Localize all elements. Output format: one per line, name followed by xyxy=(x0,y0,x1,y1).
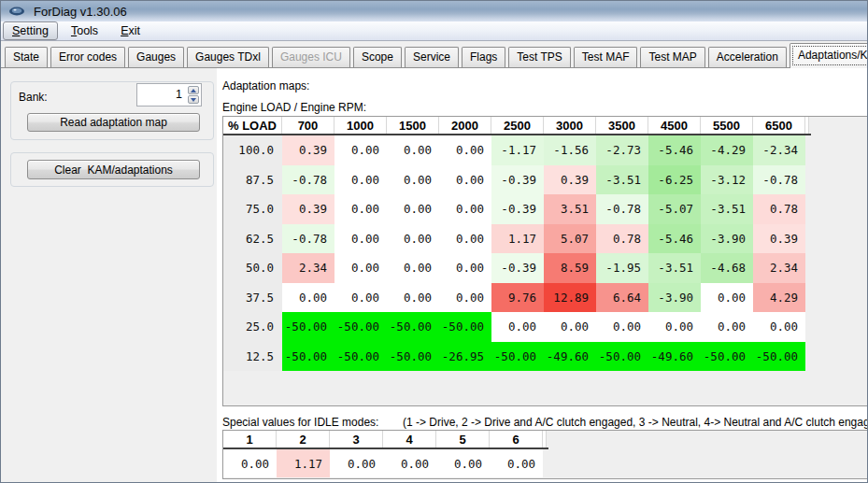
value-cell: 0.00 xyxy=(387,194,439,224)
tab-scope[interactable]: Scope xyxy=(353,47,402,67)
menu-item-exit[interactable]: Exit xyxy=(111,21,149,40)
value-cell: 0.00 xyxy=(334,165,387,195)
grid-header-cell: 6 xyxy=(490,431,543,447)
tab-gauges-tdxl[interactable]: Gauges TDxl xyxy=(187,47,269,67)
value-cell: -50.00 xyxy=(387,342,439,372)
grid-header-cell: 2 xyxy=(277,431,330,447)
value-cell: 0.39 xyxy=(753,224,805,254)
read-adaptation-map-button[interactable]: Read adaptation map xyxy=(27,113,200,132)
value-cell: 0.39 xyxy=(544,165,596,195)
grid-header-cell: 5500 xyxy=(701,117,753,134)
grid-row: 100.00.390.000.000.00-1.17-1.56-2.73-5.4… xyxy=(223,135,867,165)
value-cell: 9.76 xyxy=(491,283,544,313)
value-cell: -2.34 xyxy=(753,135,805,165)
spinner-down-button[interactable] xyxy=(188,95,199,104)
grid-row: 37.50.000.000.000.009.7612.896.64-3.900.… xyxy=(223,283,867,313)
tab-service[interactable]: Service xyxy=(405,47,459,67)
value-cell: 2.34 xyxy=(282,253,334,283)
menu-bar: SettingToolsExit xyxy=(1,21,867,41)
grid-header-cell: 6500 xyxy=(753,117,805,134)
tab-gauges[interactable]: Gauges xyxy=(128,47,184,67)
value-cell: -4.29 xyxy=(701,135,753,165)
value-cell: 0.00 xyxy=(490,449,543,477)
value-cell: -3.12 xyxy=(701,165,753,195)
value-cell: 0.00 xyxy=(753,312,805,342)
value-cell: -50.00 xyxy=(701,342,753,372)
load-cell: 37.5 xyxy=(223,283,282,313)
tab-adaptations-kam[interactable]: Adaptations/KAM xyxy=(790,43,868,68)
adaptation-map-grid: % LOAD7001000150020002500300035004500550… xyxy=(222,116,868,406)
value-cell: -50.00 xyxy=(282,342,334,372)
value-cell: 0.00 xyxy=(223,449,277,477)
grid-header-stub xyxy=(543,431,547,447)
tab-acceleration[interactable]: Acceleration xyxy=(708,47,787,67)
clear-kam-adaptations-button[interactable]: Clear KAM/adaptations xyxy=(27,160,200,179)
tab-error-codes[interactable]: Error codes xyxy=(50,47,125,67)
value-cell: -1.56 xyxy=(544,135,596,165)
grid-header-cell: 700 xyxy=(282,117,334,134)
grid-row: 25.0-50.00-50.00-50.00-50.000.000.000.00… xyxy=(223,312,867,342)
load-cell: 25.0 xyxy=(223,312,282,342)
tab-state[interactable]: State xyxy=(5,47,48,67)
value-cell: 1.17 xyxy=(277,449,330,477)
value-cell: -5.46 xyxy=(648,224,701,254)
value-cell: -5.46 xyxy=(648,135,701,165)
value-cell: 6.64 xyxy=(596,283,648,313)
value-cell: 0.00 xyxy=(334,135,387,165)
grid-header-cell: 3000 xyxy=(544,117,596,134)
tab-gauges-icu[interactable]: Gauges ICU xyxy=(272,47,350,67)
load-cell: 50.0 xyxy=(223,253,282,283)
value-cell: 0.00 xyxy=(334,283,387,313)
value-cell: 8.59 xyxy=(544,253,596,283)
adaptation-maps-label: Adaptation maps: xyxy=(222,79,309,92)
value-cell: 0.00 xyxy=(439,135,491,165)
value-cell: 0.00 xyxy=(436,449,490,477)
down-arrow-icon xyxy=(191,98,196,102)
value-cell: -0.39 xyxy=(491,194,544,224)
value-cell: 0.00 xyxy=(387,165,439,195)
grid-header-cell: 5 xyxy=(436,431,490,447)
value-cell: -49.60 xyxy=(648,342,701,372)
app-icon xyxy=(8,6,25,17)
grid-row: 87.5-0.780.000.000.00-0.390.39-3.51-6.25… xyxy=(223,165,867,195)
value-cell: 3.51 xyxy=(544,194,596,224)
grid-header-cell: 4500 xyxy=(648,117,701,134)
idle-values-grid: 1234560.001.170.000.000.000.00 xyxy=(222,430,868,479)
value-cell: 4.29 xyxy=(753,283,805,313)
value-cell: -50.00 xyxy=(491,342,544,372)
menu-item-setting[interactable]: Setting xyxy=(3,21,58,40)
bank-spinner[interactable]: 1 xyxy=(136,83,202,107)
value-cell: -3.90 xyxy=(648,283,701,313)
tab-strip: StateError codesGaugesGauges TDxlGauges … xyxy=(5,42,867,67)
value-cell: -50.00 xyxy=(439,312,491,342)
value-cell: -50.00 xyxy=(753,342,805,372)
tab-test-map[interactable]: Test MAP xyxy=(640,47,704,67)
value-cell: 0.78 xyxy=(596,224,648,254)
value-cell: 0.00 xyxy=(648,312,701,342)
tab-flags[interactable]: Flags xyxy=(462,47,505,67)
value-cell: -49.60 xyxy=(544,342,596,372)
value-cell: -5.07 xyxy=(648,194,701,224)
value-cell: 0.00 xyxy=(439,283,491,313)
value-cell: 2.34 xyxy=(753,253,805,283)
spinner-up-button[interactable] xyxy=(188,86,199,94)
tab-test-maf[interactable]: Test MAF xyxy=(574,47,638,67)
value-cell: -0.78 xyxy=(282,224,334,254)
value-cell: 0.00 xyxy=(383,449,436,477)
bank-spinner-value[interactable]: 1 xyxy=(137,84,186,106)
load-cell: 75.0 xyxy=(223,194,282,224)
value-cell: 0.00 xyxy=(701,283,753,313)
idle-modes-label: Special values for IDLE modes: xyxy=(222,416,378,429)
engine-load-rpm-label: Engine LOAD / Engine RPM: xyxy=(222,101,366,114)
value-cell: 1.17 xyxy=(491,224,544,254)
menu-item-tools[interactable]: Tools xyxy=(62,21,107,40)
value-cell: 0.00 xyxy=(439,194,491,224)
title-bar: ForDiag v1.30.06 xyxy=(1,1,867,21)
value-cell: -50.00 xyxy=(596,342,648,372)
tab-test-tps[interactable]: Test TPS xyxy=(508,47,570,67)
value-cell: -0.78 xyxy=(596,194,648,224)
grid-row: 75.00.390.000.000.00-0.393.51-0.78-5.07-… xyxy=(223,194,867,224)
value-cell: 5.07 xyxy=(544,224,596,254)
bank-label: Bank: xyxy=(19,91,48,104)
value-cell: -50.00 xyxy=(282,312,334,342)
